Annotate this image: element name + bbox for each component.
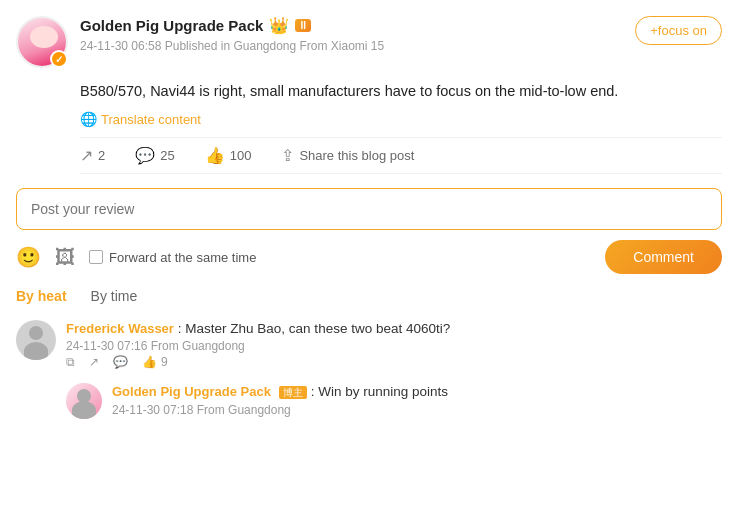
like-count: 100 bbox=[230, 148, 252, 163]
review-icons: 🙂 🖼 Forward at the same time bbox=[16, 245, 256, 269]
share-comment-action[interactable]: ↗ bbox=[89, 355, 99, 369]
post-text: B580/570, Navi44 is right, small manufac… bbox=[80, 80, 722, 103]
main-container: ✓ Golden Pig Upgrade Pack 👑 II 24-11-30 … bbox=[0, 0, 738, 441]
reply-body: Golden Pig Upgrade Pack 博主 : Win by runn… bbox=[112, 383, 722, 419]
share-blog-icon: ⇪ bbox=[281, 146, 294, 165]
reply-action[interactable]: 💬 bbox=[113, 355, 128, 369]
sort-by-heat[interactable]: By heat bbox=[16, 288, 67, 304]
author-name: Golden Pig Upgrade Pack bbox=[80, 17, 263, 34]
image-button[interactable]: 🖼 bbox=[55, 246, 75, 269]
translate-link[interactable]: 🌐 Translate content bbox=[80, 111, 201, 127]
sort-tabs: By heat By time bbox=[16, 288, 722, 304]
post-content: B580/570, Navi44 is right, small manufac… bbox=[80, 80, 722, 127]
post-header: ✓ Golden Pig Upgrade Pack 👑 II 24-11-30 … bbox=[16, 16, 722, 68]
emoji-button[interactable]: 🙂 bbox=[16, 245, 41, 269]
focus-button[interactable]: +focus on bbox=[635, 16, 722, 45]
comment-item: Frederick Wasser : Master Zhu Bao, can t… bbox=[16, 320, 722, 369]
vip-badge: II bbox=[295, 19, 311, 32]
comments-section: Frederick Wasser : Master Zhu Bao, can t… bbox=[16, 320, 722, 419]
copy-action[interactable]: ⧉ bbox=[66, 355, 75, 369]
review-input-wrapper[interactable] bbox=[16, 188, 722, 230]
comment-content-line: Frederick Wasser : Master Zhu Bao, can t… bbox=[66, 320, 722, 336]
copy-icon: ⧉ bbox=[66, 355, 75, 369]
translate-label: Translate content bbox=[101, 112, 201, 127]
share-blog-label: Share this blog post bbox=[299, 148, 414, 163]
forward-text: Forward at the same time bbox=[109, 250, 256, 265]
share-action[interactable]: ↗ 2 bbox=[80, 146, 105, 165]
share-count: 2 bbox=[98, 148, 105, 163]
share-comment-icon: ↗ bbox=[89, 355, 99, 369]
like-action[interactable]: 👍 100 bbox=[205, 146, 252, 165]
forward-label[interactable]: Forward at the same time bbox=[89, 250, 256, 265]
author-info: Golden Pig Upgrade Pack 👑 II 24-11-30 06… bbox=[80, 16, 384, 55]
reply-author-badge: 博主 bbox=[279, 386, 307, 399]
avatar-wrapper: ✓ bbox=[16, 16, 68, 68]
reply-text: : Win by running points bbox=[311, 384, 448, 399]
reply-meta: 24-11-30 07:18 From Guangdong bbox=[112, 403, 722, 417]
post-meta: 24-11-30 06:58 Published in Guangdong Fr… bbox=[80, 39, 384, 53]
sort-by-time[interactable]: By time bbox=[91, 288, 138, 304]
commenter-avatar bbox=[16, 320, 56, 360]
crown-icon: 👑 bbox=[269, 16, 289, 35]
comment-button[interactable]: Comment bbox=[605, 240, 722, 274]
forward-checkbox[interactable] bbox=[89, 250, 103, 264]
like-comment-icon: 👍 bbox=[142, 355, 157, 369]
reply-icon: 💬 bbox=[113, 355, 128, 369]
author-section: ✓ Golden Pig Upgrade Pack 👑 II 24-11-30 … bbox=[16, 16, 384, 68]
share-icon: ↗ bbox=[80, 146, 93, 165]
actions-bar: ↗ 2 💬 25 👍 100 ⇪ Share this blog post bbox=[80, 137, 722, 174]
reply-avatar bbox=[66, 383, 102, 419]
like-comment-action[interactable]: 👍 9 bbox=[142, 355, 168, 369]
comment-text: : Master Zhu Bao, can these two beat 406… bbox=[178, 321, 450, 336]
comment-actions: ⧉ ↗ 💬 👍 9 bbox=[66, 355, 722, 369]
author-name-row: Golden Pig Upgrade Pack 👑 II bbox=[80, 16, 384, 35]
reply-content-line: Golden Pig Upgrade Pack 博主 : Win by runn… bbox=[112, 383, 722, 400]
like-icon: 👍 bbox=[205, 146, 225, 165]
translate-icon: 🌐 bbox=[80, 111, 97, 127]
review-controls: 🙂 🖼 Forward at the same time Comment bbox=[16, 240, 722, 274]
comment-author-name[interactable]: Frederick Wasser bbox=[66, 321, 174, 336]
comment-action[interactable]: 💬 25 bbox=[135, 146, 174, 165]
review-section: 🙂 🖼 Forward at the same time Comment bbox=[16, 188, 722, 274]
reply-item: Golden Pig Upgrade Pack 博主 : Win by runn… bbox=[66, 383, 722, 419]
comment-body: Frederick Wasser : Master Zhu Bao, can t… bbox=[66, 320, 722, 369]
comment-like-count: 9 bbox=[161, 355, 168, 369]
share-blog-action[interactable]: ⇪ Share this blog post bbox=[281, 146, 414, 165]
comment-icon: 💬 bbox=[135, 146, 155, 165]
reply-author-name[interactable]: Golden Pig Upgrade Pack bbox=[112, 384, 271, 399]
verified-badge: ✓ bbox=[50, 50, 68, 68]
comment-meta: 24-11-30 07:16 From Guangdong bbox=[66, 339, 722, 353]
comment-count: 25 bbox=[160, 148, 174, 163]
review-input[interactable] bbox=[31, 201, 707, 217]
